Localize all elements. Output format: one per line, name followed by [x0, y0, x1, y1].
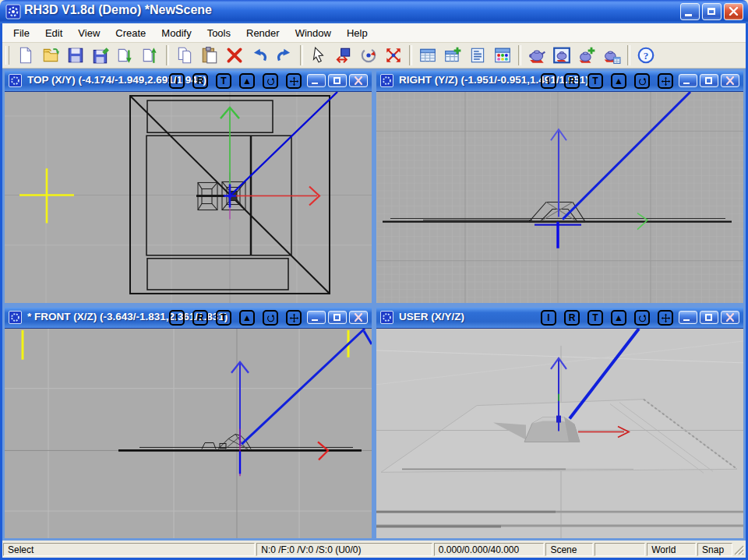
open-scene-button[interactable]	[38, 44, 63, 68]
viewport-pan-button-right[interactable]	[658, 73, 673, 89]
viewport-shaded-button-front[interactable]: ▲	[239, 310, 255, 326]
viewport-render-button-front[interactable]: R	[192, 310, 208, 326]
viewport-minimize-button-user[interactable]	[679, 311, 697, 324]
viewport-maximize-button-right[interactable]	[700, 74, 718, 87]
help-button[interactable]: ?	[633, 44, 658, 68]
render-scene-button[interactable]	[524, 44, 549, 68]
close-icon	[350, 75, 367, 86]
rotate-view-icon	[637, 76, 647, 86]
pan-view-icon	[661, 76, 671, 86]
material-table-button[interactable]	[490, 44, 515, 68]
minimize-icon	[312, 83, 318, 84]
viewport-pan-button-top[interactable]	[286, 73, 302, 89]
viewport-texture-button-right[interactable]: T	[587, 73, 603, 89]
save-scene-as-button[interactable]	[88, 44, 113, 68]
viewport-minimize-button-right[interactable]	[679, 74, 697, 87]
export-button[interactable]	[138, 44, 163, 68]
import-file-icon	[116, 46, 135, 65]
toolbar-separator	[300, 45, 303, 65]
window-titlebar[interactable]: RH3D V1.8d (Demo) *NewScene	[0, 0, 748, 23]
window-minimize-button[interactable]	[680, 3, 700, 20]
copy-button[interactable]	[172, 44, 197, 68]
viewport-user-canvas[interactable]	[376, 329, 743, 538]
viewport-right-canvas[interactable]	[376, 92, 743, 303]
viewport-shaded-button-right[interactable]: ▲	[611, 73, 626, 89]
window-maximize-button[interactable]	[702, 3, 722, 20]
rotate-tool-button[interactable]	[356, 44, 381, 68]
viewport-maximize-button-front[interactable]	[328, 311, 347, 324]
viewport-texture-button-front[interactable]: T	[216, 310, 231, 326]
rotate-object-icon	[359, 46, 378, 65]
viewport-rotate-button-front[interactable]	[263, 310, 278, 326]
viewport-info-button-front[interactable]: I	[169, 310, 185, 326]
render-add-button[interactable]	[574, 44, 599, 68]
statusbar: SelectN:0 /F:0 /V:0 /S:0 (U0/0)0.000/0.0…	[2, 541, 746, 558]
render-teapot-icon	[527, 46, 546, 65]
viewport-rotate-button-top[interactable]	[263, 73, 278, 89]
menu-item-edit[interactable]: Edit	[37, 25, 70, 41]
viewport-front-canvas[interactable]	[5, 329, 372, 538]
viewport-close-button-top[interactable]	[349, 74, 368, 87]
viewport-render-button-right[interactable]: R	[564, 73, 580, 89]
viewport-titlebar-user[interactable]: USER (X/Y/Z) IRT▲	[376, 308, 743, 329]
move-tool-button[interactable]	[331, 44, 356, 68]
render-view-button[interactable]	[549, 44, 574, 68]
save-scene-button[interactable]	[63, 44, 88, 68]
viewport-info-button-user[interactable]: I	[541, 310, 556, 326]
viewport-render-button-user[interactable]: R	[564, 310, 580, 326]
import-button[interactable]	[113, 44, 138, 68]
select-tool-button[interactable]	[306, 44, 331, 68]
viewport-close-button-front[interactable]	[349, 311, 368, 324]
render-settings-button[interactable]	[599, 44, 624, 68]
viewport-render-button-top[interactable]: R	[192, 73, 208, 89]
viewport-titlebar-right[interactable]: RIGHT (Y/Z) (-1.951/-0.951,1.491/1.951) …	[376, 71, 743, 92]
viewport-close-button-user[interactable]	[721, 311, 739, 324]
select-arrow-icon	[309, 46, 328, 65]
minimize-icon	[685, 14, 692, 16]
toolbar-separator	[409, 45, 412, 65]
redo-button[interactable]	[272, 44, 297, 68]
menu-item-tools[interactable]: Tools	[199, 25, 238, 41]
viewport-rotate-button-right[interactable]	[634, 73, 650, 89]
viewport-close-button-right[interactable]	[721, 74, 739, 87]
viewport-shaded-button-top[interactable]: ▲	[239, 73, 255, 89]
menu-item-help[interactable]: Help	[339, 25, 376, 41]
viewport-maximize-button-top[interactable]	[328, 74, 347, 87]
window-close-button[interactable]	[724, 3, 743, 20]
paste-button[interactable]	[197, 44, 222, 68]
menu-item-create[interactable]: Create	[108, 25, 153, 41]
viewport-pan-button-user[interactable]	[658, 310, 673, 326]
undo-button[interactable]	[247, 44, 272, 68]
menu-item-render[interactable]: Render	[238, 25, 288, 41]
resize-grip[interactable]	[734, 543, 745, 556]
add-object-table-button[interactable]	[440, 44, 465, 68]
scale-tool-button[interactable]	[381, 44, 406, 68]
viewport-texture-button-top[interactable]: T	[216, 73, 231, 89]
viewport-top-canvas[interactable]	[5, 92, 372, 303]
viewport-minimize-button-front[interactable]	[307, 311, 326, 324]
viewport-texture-button-user[interactable]: T	[587, 310, 603, 326]
toolbar-grip[interactable]	[5, 46, 9, 65]
viewport-info-button-right[interactable]: I	[541, 73, 556, 89]
viewport-titlebar-front[interactable]: * FRONT (X/Z) (-3.643/-1.831,2.361/1.831…	[5, 308, 372, 329]
viewport-rotate-button-user[interactable]	[634, 310, 650, 326]
menu-item-view[interactable]: View	[70, 25, 108, 41]
maximize-icon	[707, 8, 715, 15]
object-list-button[interactable]	[465, 44, 490, 68]
menu-item-modify[interactable]: Modify	[153, 25, 199, 41]
status-snap: Snap	[697, 543, 732, 556]
viewport-maximize-button-user[interactable]	[700, 311, 718, 324]
new-scene-button[interactable]	[13, 44, 38, 68]
viewport-shaded-button-user[interactable]: ▲	[611, 310, 626, 326]
viewport-info-button-top[interactable]: I	[169, 73, 185, 89]
menu-item-window[interactable]: Window	[288, 25, 339, 41]
delete-button[interactable]	[222, 44, 247, 68]
maximize-icon	[333, 314, 340, 321]
viewport-minimize-button-top[interactable]	[307, 74, 326, 87]
viewport-titlebar-top[interactable]: TOP (X/Y) (-4.174/-1.949,2.691/1.949) IR…	[5, 71, 372, 92]
viewport-pan-button-front[interactable]	[286, 310, 302, 326]
maximize-icon	[705, 314, 712, 321]
render-settings-icon	[602, 46, 621, 65]
menu-item-file[interactable]: File	[5, 25, 37, 41]
object-table-button[interactable]	[415, 44, 440, 68]
